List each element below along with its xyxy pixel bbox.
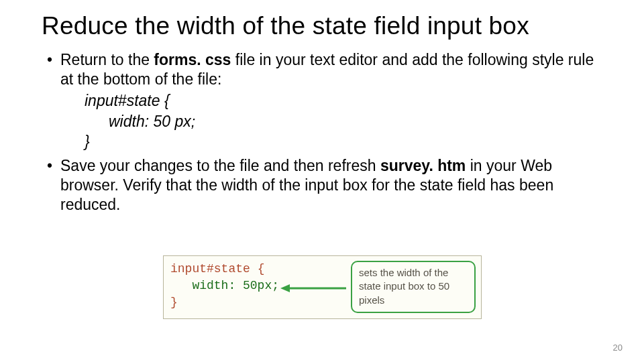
slide-body: Return to the forms. css file in your te… [40, 50, 604, 215]
bullet-2-pre: Save your changes to the file and then r… [60, 157, 380, 174]
inline-code-block: input#state { width: 50 px; } [85, 90, 604, 152]
fig-selector: input#state [170, 262, 250, 276]
code-line-3: } [85, 131, 604, 152]
slide-title: Reduce the width of the state field inpu… [42, 12, 604, 41]
bullet-2-file: survey. htm [380, 157, 466, 174]
figure-code: input#state { width: 50px; } [170, 261, 279, 312]
code-line-1: input#state { [85, 90, 604, 111]
bullet-1: Return to the forms. css file in your te… [58, 50, 604, 152]
fig-brace-open: { [250, 262, 265, 276]
fig-brace-close: } [170, 296, 178, 309]
code-line-2: width: 50 px; [85, 111, 604, 131]
code-figure: input#state { width: 50px; } sets the wi… [163, 255, 482, 319]
bullet-2: Save your changes to the file and then r… [58, 156, 604, 215]
slide: Reduce the width of the state field inpu… [0, 0, 644, 362]
arrow-icon [280, 283, 347, 294]
bullet-1-pre: Return to the [60, 51, 154, 68]
bullet-1-file: forms. css [154, 51, 231, 68]
figure-callout: sets the width of the state input box to… [351, 261, 476, 313]
fig-prop: width: 50px; [192, 279, 279, 292]
svg-marker-1 [280, 284, 290, 292]
fig-indent [170, 279, 192, 292]
page-number: 20 [613, 343, 623, 353]
